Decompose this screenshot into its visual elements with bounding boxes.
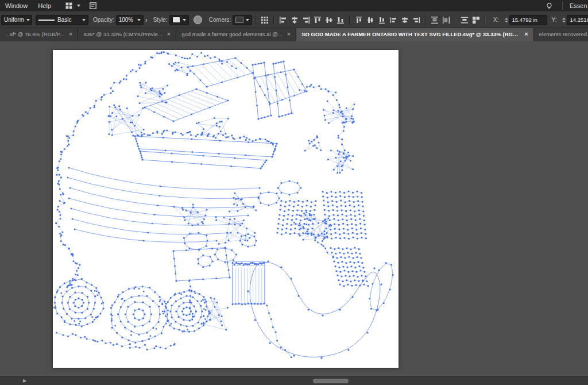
arrange-documents-button[interactable] (63, 1, 80, 11)
opacity-label: Opacity: (93, 17, 114, 23)
distribute-spacing-horizontal-icon[interactable] (441, 15, 451, 25)
x-field-stepper[interactable] (505, 18, 508, 22)
distribute-left-icon[interactable] (388, 15, 399, 25)
separator (562, 1, 563, 10)
tab-label: a36* @ 33.33% (CMYK/Previe... (83, 31, 162, 37)
menubar-right: Essen (543, 0, 588, 11)
brush-name: Basic (57, 17, 71, 23)
separator (455, 16, 456, 25)
scroll-flyout-arrow-icon[interactable]: ▶ (23, 378, 26, 384)
document-tab[interactable]: SO GOD MADE A FARMER ONTARIO WITH TEXT S… (296, 27, 533, 41)
separator (349, 16, 350, 25)
close-tab-icon[interactable]: × (524, 31, 528, 37)
tab-label: ...xf* @ 76.6% (RGB/P... (5, 31, 64, 37)
artboard[interactable] (53, 50, 399, 368)
close-tab-icon[interactable]: × (69, 31, 72, 37)
distribute-bottom-icon[interactable] (377, 15, 387, 25)
close-tab-icon[interactable]: × (287, 31, 291, 37)
distribute-center-vertical-icon[interactable] (365, 15, 376, 25)
chevron-down-icon (137, 19, 141, 21)
separator (255, 16, 256, 25)
illustrator-window: WindowHelp Essen Uniform (0, 0, 588, 385)
y-field-input[interactable]: 14.2516 in (567, 15, 588, 25)
align-right-icon[interactable] (301, 15, 311, 25)
style-swatch (172, 17, 180, 23)
transform-fields: X:15.4792 inY:14.2516 inW:30.9565 inH:2 (489, 15, 588, 25)
separator (485, 16, 486, 25)
style-label: Style: (153, 17, 168, 23)
canvas-area[interactable] (0, 41, 588, 377)
menu-window[interactable]: Window (0, 2, 33, 9)
grid-icon (64, 1, 74, 11)
chevron-down-icon (183, 19, 186, 21)
discover-lightbulb-icon[interactable] (544, 1, 554, 11)
document-layout-button[interactable] (87, 1, 99, 11)
document-tab[interactable]: a36* @ 33.33% (CMYK/Previe...× (78, 27, 176, 41)
x-field-label: X: (493, 17, 498, 23)
opacity-value: 100% (119, 17, 134, 23)
opacity-flyout-arrow[interactable]: › (145, 16, 148, 24)
brush-definition-select[interactable]: Basic (36, 15, 88, 25)
separator (273, 16, 274, 25)
align-center-vertical-icon[interactable] (324, 15, 334, 25)
align-to-artboard-icon[interactable] (459, 15, 470, 25)
corners-select[interactable] (233, 15, 252, 25)
opacity-select[interactable]: 100% (116, 15, 144, 25)
close-tab-icon[interactable]: × (167, 31, 171, 37)
artwork-selection[interactable] (53, 50, 399, 368)
chevron-down-icon (77, 5, 80, 7)
corners-swatch (235, 17, 243, 23)
control-bar: Uniform Basic Opacity: 100% › Style: Cor… (0, 11, 588, 28)
x-field-input[interactable]: 15.4792 in (509, 15, 547, 25)
variable-width-profile-select[interactable]: Uniform (1, 15, 32, 25)
x-field-value: 15.4792 in (512, 17, 537, 23)
y-field-stepper[interactable] (562, 18, 566, 22)
distribute-spacing-vertical-icon[interactable] (430, 15, 440, 25)
y-field-value: 14.2516 in (570, 17, 588, 23)
reference-point-grid-icon[interactable] (260, 15, 270, 25)
document-icon (88, 1, 98, 11)
document-tab-bar: ...xf* @ 76.6% (RGB/P...×a36* @ 33.33% (… (0, 27, 588, 41)
stroke-preview (38, 20, 55, 21)
align-top-icon[interactable] (312, 15, 323, 25)
menu-items: WindowHelp (0, 2, 56, 9)
tab-label: elements recovered.ai @ 9.37% (CMYK/... (539, 31, 588, 37)
recolor-artwork-icon[interactable] (194, 16, 202, 24)
chevron-down-icon (82, 19, 86, 21)
style-select[interactable] (169, 15, 189, 25)
tab-label: god made a farmer good elements.ai @... (181, 31, 282, 37)
separator (425, 16, 426, 25)
document-tab[interactable]: god made a farmer good elements.ai @...× (176, 27, 296, 41)
corners-label: Corners: (209, 17, 231, 23)
align-icon-strip (259, 15, 482, 25)
workspace-label[interactable]: Essen (570, 2, 588, 9)
menu-help[interactable]: Help (33, 2, 56, 9)
chevron-down-icon (246, 19, 249, 21)
document-tab[interactable]: elements recovered.ai @ 9.37% (CMYK/... (534, 27, 588, 41)
tab-label: SO GOD MADE A FARMER ONTARIO WITH TEXT S… (301, 31, 520, 37)
y-field-label: Y: (552, 17, 557, 23)
align-to-selection-icon[interactable] (471, 15, 481, 25)
distribute-top-icon[interactable] (354, 15, 364, 25)
align-bottom-icon[interactable] (335, 15, 346, 25)
align-left-icon[interactable] (278, 15, 288, 25)
horizontal-scrollbar-thumb[interactable] (313, 379, 349, 383)
distribute-right-icon[interactable] (411, 15, 421, 25)
distribute-center-horizontal-icon[interactable] (400, 15, 410, 25)
menu-bar: WindowHelp Essen (0, 0, 588, 11)
horizontal-scrollbar[interactable]: ▶ (0, 376, 588, 385)
width-profile-value: Uniform (4, 17, 24, 23)
align-center-horizontal-icon[interactable] (289, 15, 300, 25)
chevron-down-icon (26, 19, 30, 21)
document-tab[interactable]: ...xf* @ 76.6% (RGB/P...× (0, 27, 78, 41)
